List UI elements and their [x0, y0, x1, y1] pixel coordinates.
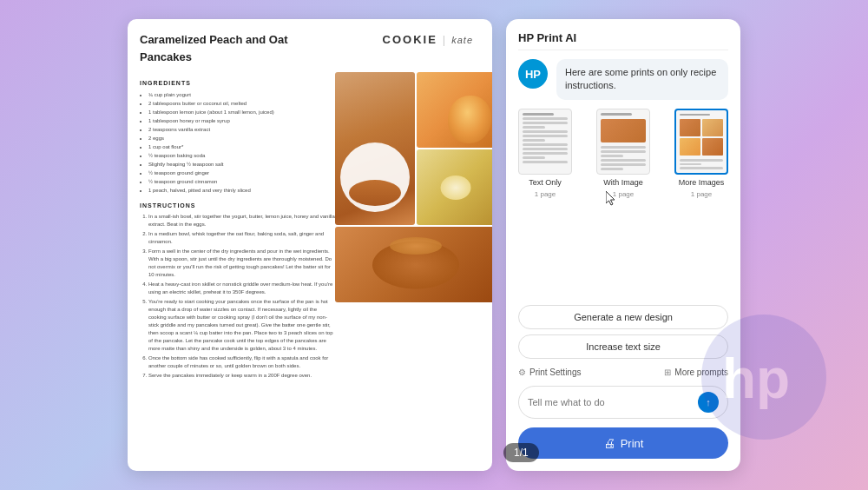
text-only-preview — [518, 109, 572, 175]
pagination-label: 1/1 — [514, 447, 529, 459]
prompts-icon: ⊞ — [664, 368, 671, 377]
ingredient-item: 1 peach, halved, pitted and very thinly … — [148, 187, 335, 195]
preview-line — [523, 126, 545, 129]
recipe-content: Caramelized Peach and Oat Pancakes COOKI… — [128, 19, 492, 471]
more-images-label: More Images — [679, 178, 725, 187]
recipe-image-peach — [417, 72, 493, 148]
hp-panel-title: HP Print AI — [518, 31, 728, 50]
preview-img — [680, 119, 700, 136]
preview-img — [702, 138, 723, 156]
instruction-item: In a small-ish bowl, stir together the y… — [148, 213, 335, 228]
spacer — [518, 207, 728, 296]
hp-watermark-bg: hp — [686, 299, 842, 455]
preview-line — [601, 168, 623, 170]
preview-line — [523, 135, 568, 137]
preview-line — [601, 113, 632, 116]
ingredient-item: ½ teaspoon ground cinnamon — [148, 178, 335, 186]
instruction-item: Serve the pancakes immediately or keep w… — [148, 372, 335, 380]
preview-image-block — [601, 119, 646, 142]
cookie-brand: COOKIE — [383, 31, 437, 49]
ingredient-item: ¾ cup plain yogurt — [148, 91, 335, 99]
instruction-item: Heat a heavy-cast iron skillet or nonsti… — [148, 281, 335, 296]
preview-line — [523, 130, 568, 133]
tell-me-input[interactable] — [528, 397, 693, 407]
preview-line — [601, 150, 646, 153]
preview-line — [523, 122, 568, 124]
gear-icon: ⚙ — [518, 368, 526, 377]
print-option-more-images[interactable]: More Images 1 page — [674, 109, 728, 198]
ingredients-list: ¾ cup plain yogurt 2 tablespoons butter … — [140, 91, 335, 195]
preview-line — [680, 159, 723, 162]
preview-line — [601, 163, 646, 166]
print-button-label: Print — [621, 437, 644, 450]
printer-icon: 🖨 — [603, 436, 615, 450]
hp-logo-text: HP — [525, 68, 541, 81]
ingredient-item: Slightly heaping ½ teaspoon salt — [148, 161, 335, 169]
preview-line — [601, 155, 623, 157]
instructions-list: In a small-ish bowl, stir together the y… — [140, 213, 335, 380]
ingredient-item: 1 tablespoon lemon juice (about 1 small … — [148, 109, 335, 116]
print-option-text-only[interactable]: Text Only 1 page — [518, 109, 572, 198]
text-only-label: Text Only — [529, 178, 562, 187]
preview-line — [680, 114, 710, 116]
with-image-preview — [596, 109, 650, 175]
preview-line — [523, 152, 568, 155]
with-image-sublabel: 1 page — [613, 190, 634, 198]
ingredient-item: 2 teaspoons vanilla extract — [148, 126, 335, 134]
ingredient-item: 1 cup oat flour* — [148, 143, 335, 151]
recipe-header: Caramelized Peach and Oat Pancakes COOKI… — [140, 31, 480, 65]
preview-line — [523, 156, 545, 159]
instruction-item: You're ready to start cooking your panca… — [148, 298, 335, 353]
preview-images-small — [680, 119, 723, 156]
more-images-sublabel: 1 page — [691, 190, 712, 198]
preview-line — [601, 146, 646, 149]
text-only-sublabel: 1 page — [535, 190, 556, 198]
ingredient-item: ½ teaspoon baking soda — [148, 152, 335, 160]
recipe-document: Caramelized Peach and Oat Pancakes COOKI… — [128, 19, 492, 471]
print-options-grid: Text Only 1 page With Image 1 page — [518, 109, 728, 198]
hp-logo-circle: HP — [518, 59, 548, 89]
preview-line — [523, 143, 568, 146]
instruction-item: Once the bottom side has cooked sufficie… — [148, 354, 335, 370]
instruction-item: Form a well in the center of the dry ing… — [148, 248, 335, 279]
preview-line — [523, 113, 554, 116]
ingredient-item: 2 tablespoons butter or coconut oil, mel… — [148, 100, 335, 108]
preview-img — [680, 138, 700, 156]
ingredient-item: 1 tablespoon honey or maple syrup — [148, 117, 335, 125]
recipe-image-eggs — [417, 149, 493, 225]
recipe-brand: COOKIE | kate — [383, 31, 473, 49]
preview-line — [680, 163, 701, 166]
print-settings-link[interactable]: ⚙ Print Settings — [518, 368, 581, 377]
preview-line — [523, 148, 568, 150]
with-image-label: With Image — [603, 178, 643, 187]
hp-message-row: HP Here are some prints on only recipe i… — [518, 59, 728, 100]
recipe-title: Caramelized Peach and Oat Pancakes — [140, 31, 313, 65]
print-settings-label: Print Settings — [529, 368, 581, 377]
pagination-badge: 1/1 — [503, 443, 539, 462]
preview-line — [601, 159, 646, 162]
ingredient-item: ½ teaspoon ground ginger — [148, 169, 335, 177]
svg-text:hp: hp — [722, 348, 790, 410]
preview-img — [702, 119, 723, 136]
kate-brand: kate — [451, 33, 473, 48]
preview-line — [523, 117, 568, 120]
recipe-image-skillet — [335, 227, 492, 302]
more-images-preview — [674, 109, 728, 175]
hp-message-bubble: Here are some prints on only recipe inst… — [556, 59, 728, 100]
print-option-with-image[interactable]: With Image 1 page — [596, 109, 650, 198]
ingredients-heading: INGREDIENTS — [140, 79, 335, 89]
preview-line — [523, 139, 545, 142]
recipe-image-pancake — [335, 72, 415, 225]
ingredient-item: 2 eggs — [148, 135, 335, 142]
instruction-item: In a medium bowl, whisk together the oat… — [148, 230, 335, 246]
preview-line — [680, 167, 723, 169]
instructions-heading: INSTRUCTIONS — [140, 202, 335, 211]
preview-line — [523, 161, 568, 163]
